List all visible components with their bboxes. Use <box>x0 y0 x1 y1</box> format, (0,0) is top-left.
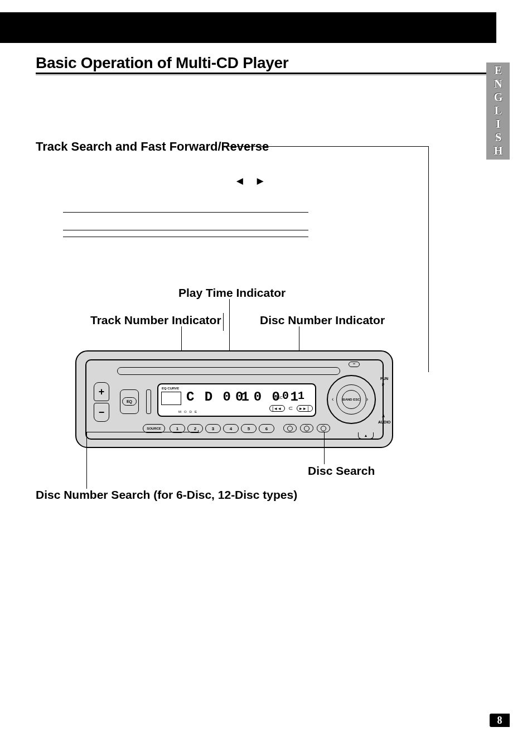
title-rule-shadow <box>36 75 494 75</box>
lcd-disc-number-text: 0 1 <box>282 389 306 402</box>
knob-audio-label: AUDIO <box>378 420 391 424</box>
page-number-badge: 8 <box>490 714 510 727</box>
leader-disc-search <box>324 432 325 464</box>
leader-disc-number-search-v <box>86 432 87 489</box>
text-rule-3 <box>63 237 308 237</box>
text-rule-2 <box>63 230 308 230</box>
heading-play-time: Play Time Indicator <box>178 286 286 300</box>
number-button-5: 5 <box>241 424 257 433</box>
control-knob-center-label: BAND ESC <box>342 390 361 409</box>
round-button-2 <box>300 424 313 432</box>
number-button-4: 4 <box>223 424 239 433</box>
heading-disc-number: Disc Number Indicator <box>260 314 385 327</box>
lcd-skip-buttons: |◂◂ ⊂ ▸▸| <box>269 405 313 412</box>
title-rule <box>36 73 494 74</box>
eject-button-icon <box>349 362 360 367</box>
volume-down-button: − <box>94 403 109 422</box>
leader-track-search <box>222 146 428 147</box>
knob-a-label: A <box>382 414 385 418</box>
heading-disc-search: Disc Search <box>308 464 375 478</box>
lcd-next-icon: ▸▸| <box>297 405 312 412</box>
lcd-mode-label: MODE <box>178 410 200 413</box>
lcd-prev-icon: |◂◂ <box>269 405 285 412</box>
knob-right-icon: › <box>366 396 368 402</box>
knob-fun-label: FUN <box>380 377 388 381</box>
page-title: Basic Operation of Multi-CD Player <box>36 54 288 72</box>
separator-tracknum-playtime <box>223 313 224 331</box>
volume-up-button: + <box>94 382 109 401</box>
number-button-6: 6 <box>259 424 274 433</box>
lcd-disc-label: DISC <box>273 396 283 399</box>
leader-disc-number-search-h <box>86 432 198 432</box>
heading-disc-number-search: Disc Number Search (for 6-Disc, 12-Disc … <box>36 488 297 502</box>
arrow-left-right-icon: ◄ ► <box>234 175 269 187</box>
knob-f-label: F <box>382 383 384 387</box>
top-black-bar <box>0 12 496 43</box>
cd-slot <box>117 367 340 375</box>
text-rule-1 <box>63 212 308 213</box>
round-button-3 <box>317 424 330 432</box>
leader-track-search-v <box>428 146 429 372</box>
leader-disc-number-search-tip <box>198 430 199 432</box>
language-tab-label: ENGLISH <box>492 64 505 158</box>
eq-button-label: EQ <box>122 397 137 406</box>
lcd-loop-icon: ⊂ <box>288 405 294 411</box>
lcd-eq-graphic-icon <box>161 392 181 405</box>
eq-bars-icon <box>146 389 151 414</box>
number-button-3: 3 <box>205 424 221 433</box>
language-tab: ENGLISH <box>486 62 510 160</box>
heading-track-number: Track Number Indicator <box>90 314 221 327</box>
heading-track-search: Track Search and Fast Forward/Reverse <box>36 139 269 154</box>
round-button-1 <box>283 424 297 432</box>
lcd-eq-curve-label: EQ CURVE <box>162 387 179 390</box>
round-button-row <box>283 424 330 432</box>
knob-left-icon: ‹ <box>332 396 333 402</box>
detach-button-icon: ▲ <box>358 432 374 439</box>
